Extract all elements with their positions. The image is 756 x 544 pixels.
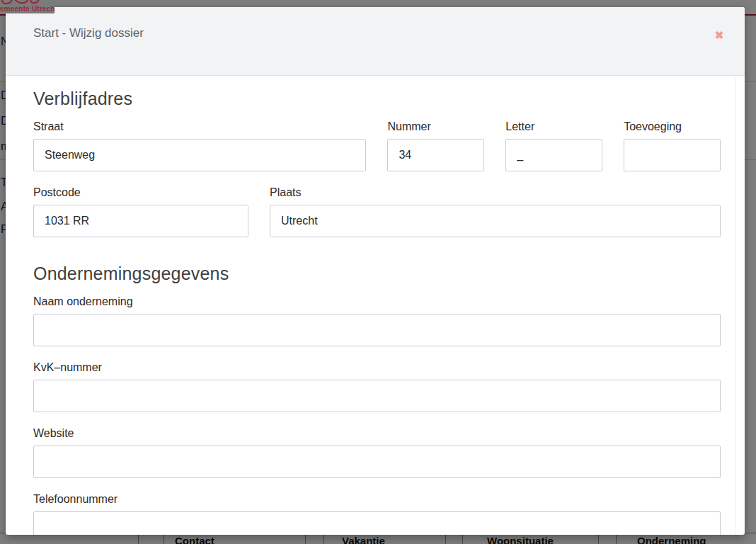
logo-crest-icon — [13, 0, 29, 5]
modal-body: Verblijfadres Straat Nummer Letter Toevo… — [6, 76, 745, 535]
telefoonnummer-label: Telefoonnummer — [33, 493, 721, 506]
logo-crest-icon — [29, 0, 41, 5]
letter-label: Letter — [505, 120, 602, 133]
straat-field: Straat — [33, 120, 366, 171]
website-field: Website — [33, 427, 721, 478]
postcode-input[interactable] — [33, 205, 248, 237]
plaats-field: Plaats — [270, 186, 721, 237]
section-heading-ondernemingsgegevens: Ondernemingsgegevens — [33, 264, 721, 284]
toevoeging-input[interactable] — [624, 139, 721, 171]
naam-onderneming-field: Naam onderneming — [33, 295, 721, 346]
modal-header: Start - Wijzig dossier ✖ — [6, 7, 745, 76]
logo-text: Gemeente Utrecht — [0, 5, 55, 13]
website-input[interactable] — [33, 446, 721, 478]
nummer-input[interactable] — [387, 139, 484, 171]
toevoeging-field: Toevoeging — [624, 120, 721, 171]
plaats-label: Plaats — [270, 186, 721, 199]
letter-input[interactable] — [505, 139, 602, 171]
postcode-field: Postcode — [33, 186, 248, 237]
kvk-nummer-label: KvK–nummer — [33, 361, 721, 374]
letter-field: Letter — [505, 120, 602, 171]
wijzig-dossier-modal: Start - Wijzig dossier ✖ Verblijfadres S… — [6, 7, 745, 535]
telefoonnummer-input[interactable] — [33, 511, 721, 535]
postcode-row: Postcode Plaats — [33, 186, 721, 252]
naam-onderneming-label: Naam onderneming — [33, 295, 721, 308]
naam-onderneming-input[interactable] — [33, 314, 721, 346]
website-label: Website — [33, 427, 721, 440]
gemeente-utrecht-logo: Gemeente Utrecht — [0, 0, 55, 13]
nummer-field: Nummer — [387, 120, 484, 171]
kvk-nummer-field: KvK–nummer — [33, 361, 721, 412]
address-row: Straat Nummer Letter Toevoeging — [33, 120, 721, 186]
straat-input[interactable] — [33, 139, 366, 171]
close-icon[interactable]: ✖ — [711, 27, 728, 44]
toevoeging-label: Toevoeging — [624, 120, 721, 133]
postcode-label: Postcode — [33, 186, 248, 199]
section-heading-verblijfadres: Verblijfadres — [33, 89, 721, 109]
straat-label: Straat — [33, 120, 366, 133]
plaats-input[interactable] — [270, 205, 721, 237]
kvk-nummer-input[interactable] — [33, 380, 721, 412]
modal-title: Start - Wijzig dossier — [33, 26, 144, 40]
nummer-label: Nummer — [387, 120, 484, 133]
telefoonnummer-field: Telefoonnummer — [33, 493, 721, 535]
modal-scroll-gutter — [735, 76, 736, 535]
